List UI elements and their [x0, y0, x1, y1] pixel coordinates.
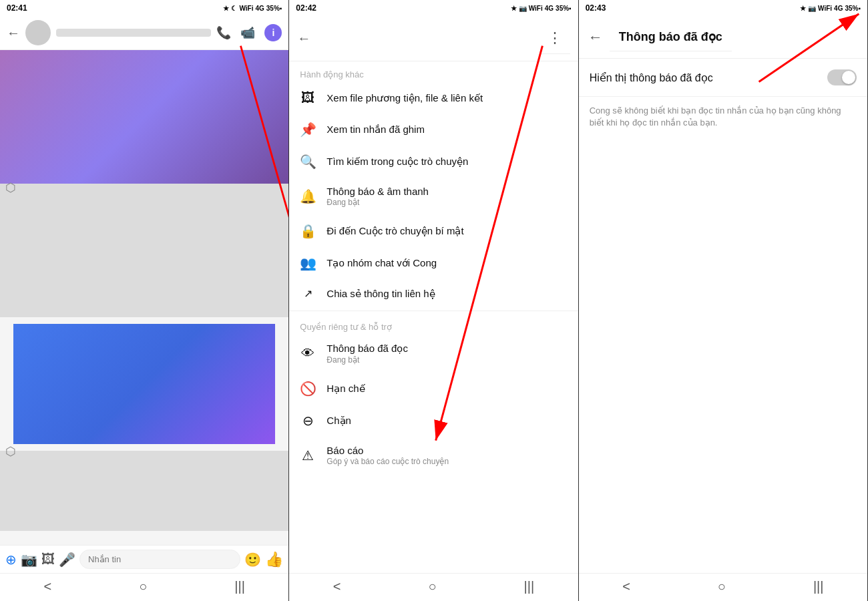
status-bar-2: 02:42 ★ 📷 WiFi 4G 35%▪ — [289, 0, 578, 16]
status-icons-3: ★ 📷 WiFi 4G 35%▪ — [800, 5, 861, 12]
nav-back-2[interactable]: < — [333, 579, 341, 594]
cam-icon-3: 📷 — [808, 5, 816, 12]
pin-icon: 📌 — [300, 122, 316, 138]
add-icon[interactable]: ⊕ — [5, 552, 17, 568]
media-title: Xem file phương tiện, file & liên kết — [327, 92, 567, 104]
eye-icon: 👁 — [300, 346, 316, 361]
star-icon-3: ★ — [800, 5, 806, 12]
back-button-1[interactable]: ← — [7, 25, 20, 41]
share-contact-title: Chia sẻ thông tin liên hệ — [327, 288, 567, 300]
toggle-label: Hiển thị thông báo đã đọc — [590, 71, 827, 84]
photo-icon[interactable]: 🖼 — [41, 552, 55, 567]
info-button[interactable]: i — [264, 24, 282, 41]
read-receipt-title: Thông báo đã đọc — [327, 343, 567, 355]
phone-call-icon[interactable]: 📞 — [216, 25, 231, 40]
cam-icon-2: 📷 — [519, 5, 527, 12]
section2-label: Quyền riêng tư & hỗ trợ — [289, 314, 578, 335]
nav-home-1[interactable]: ○ — [139, 579, 147, 594]
avatar — [25, 20, 51, 45]
notifications-title: Thông báo & âm thanh — [327, 186, 567, 197]
back-button-2[interactable]: ← — [297, 31, 310, 46]
header-action-icons: 📞 📹 i — [216, 24, 282, 41]
nav-recent-1[interactable]: ||| — [234, 579, 245, 594]
time-1: 02:41 — [7, 3, 27, 13]
divider-1 — [289, 311, 578, 311]
share-icon-bottom[interactable]: ⬡ — [5, 444, 16, 459]
report-sub: Góp ý và báo cáo cuộc trò chuyện — [327, 457, 567, 466]
signal-icon-1: ★ — [223, 5, 229, 12]
nav-bar-2: < ○ ||| — [289, 573, 578, 601]
notifications-sub: Đang bật — [327, 198, 567, 207]
group-title: Tạo nhóm chat với Cong — [327, 257, 567, 269]
restrict-title: Hạn chế — [327, 383, 567, 395]
report-icon: ⚠ — [300, 447, 316, 463]
menu-item-read-receipt[interactable]: 👁 Thông báo đã đọc Đang bật — [289, 335, 578, 373]
nav-home-2[interactable]: ○ — [428, 579, 436, 594]
settings-title: Thông báo đã đọc — [610, 23, 732, 51]
read-receipt-toggle[interactable] — [827, 69, 857, 85]
chat-content-mid — [0, 184, 288, 317]
share-icon-top[interactable]: ⬡ — [5, 180, 16, 195]
camera-icon[interactable]: 📷 — [21, 552, 37, 568]
menu-item-search[interactable]: 🔍 Tìm kiếm trong cuộc trò chuyện — [289, 146, 578, 178]
net-icon-2: 4G — [545, 5, 554, 12]
menu-item-restrict[interactable]: 🚫 Hạn chế — [289, 373, 578, 405]
settings-header: ← Thông báo đã đọc — [579, 16, 867, 59]
restrict-icon: 🚫 — [300, 381, 316, 397]
wifi-icon-3: WiFi — [818, 5, 832, 12]
wifi-icon-2: WiFi — [529, 5, 543, 12]
chat-body: ⬡ ⬡ — [0, 50, 288, 545]
network-icon-1: 4G — [255, 5, 264, 12]
bell-icon: 🔔 — [300, 188, 316, 204]
menu-item-secret[interactable]: 🔒 Đi đến Cuộc trò chuyện bí mật — [289, 215, 578, 247]
menu-item-report[interactable]: ⚠ Báo cáo Góp ý và báo cáo cuộc trò chuy… — [289, 437, 578, 474]
menu-item-block[interactable]: ⊖ Chặn — [289, 405, 578, 437]
lock-icon: 🔒 — [300, 223, 316, 239]
menu-item-share-contact[interactable]: ↗ Chia sẻ thông tin liên hệ — [289, 279, 578, 308]
message-input[interactable] — [79, 550, 240, 569]
time-3: 02:43 — [586, 3, 606, 13]
status-bar-1: 02:41 ★ ☾ WiFi 4G 35%▪ — [0, 0, 288, 16]
chat-content-top — [0, 50, 288, 184]
search-title: Tìm kiếm trong cuộc trò chuyện — [327, 156, 567, 168]
nav-back-1[interactable]: < — [43, 579, 51, 594]
nav-bar-1: < ○ ||| — [0, 573, 288, 601]
media-icon: 🖼 — [300, 90, 316, 106]
section1-label: Hành động khác — [289, 61, 578, 82]
net-icon-3: 4G — [834, 5, 843, 12]
lock-icon-1: ☾ — [231, 5, 237, 12]
emoji-icon[interactable]: 🙂 — [244, 552, 261, 568]
toggle-knob — [842, 71, 855, 84]
nav-recent-3[interactable]: ||| — [813, 579, 824, 594]
settings-description: Cong sẽ không biết khi bạn đọc tin nhắn … — [579, 97, 867, 137]
like-icon[interactable]: 👍 — [265, 551, 283, 568]
time-2: 02:42 — [296, 3, 316, 13]
chat-header: ← 📞 📹 i — [0, 16, 288, 50]
pinned-title: Xem tin nhắn đã ghim — [327, 124, 567, 136]
menu-item-pinned[interactable]: 📌 Xem tin nhắn đã ghim — [289, 114, 578, 146]
mic-icon[interactable]: 🎤 — [59, 552, 75, 568]
video-call-icon[interactable]: 📹 — [240, 25, 255, 40]
nav-bar-3: < ○ ||| — [579, 573, 867, 601]
block-icon: ⊖ — [300, 413, 316, 429]
star-icon-2: ★ — [511, 5, 517, 12]
more-options-button[interactable]: ⋮ — [539, 23, 570, 54]
search-icon: 🔍 — [300, 154, 316, 170]
chat-content-bottom — [0, 451, 288, 531]
chat-panel: 02:41 ★ ☾ WiFi 4G 35%▪ ← 📞 📹 i — [0, 0, 289, 601]
nav-recent-2[interactable]: ||| — [524, 579, 535, 594]
menu-item-group[interactable]: 👥 Tạo nhóm chat với Cong — [289, 247, 578, 279]
settings-panel: 02:43 ★ 📷 WiFi 4G 35%▪ ← Thông báo đã đọ… — [579, 0, 868, 601]
status-icons-1: ★ ☾ WiFi 4G 35%▪ — [223, 5, 282, 12]
contact-name — [56, 29, 211, 37]
status-icons-2: ★ 📷 WiFi 4G 35%▪ — [511, 5, 572, 12]
nav-home-3[interactable]: ○ — [718, 579, 726, 594]
battery-icon-3: 35%▪ — [845, 5, 861, 12]
menu-item-notifications[interactable]: 🔔 Thông báo & âm thanh Đang bật — [289, 178, 578, 215]
back-button-3[interactable]: ← — [588, 29, 603, 46]
menu-item-media[interactable]: 🖼 Xem file phương tiện, file & liên kết — [289, 82, 578, 114]
nav-back-3[interactable]: < — [622, 579, 630, 594]
wifi-icon-1: WiFi — [239, 5, 253, 12]
secret-title: Đi đến Cuộc trò chuyện bí mật — [327, 225, 567, 237]
menu-panel: 02:42 ★ 📷 WiFi 4G 35%▪ ← ⋮ Hành động khá… — [289, 0, 578, 601]
